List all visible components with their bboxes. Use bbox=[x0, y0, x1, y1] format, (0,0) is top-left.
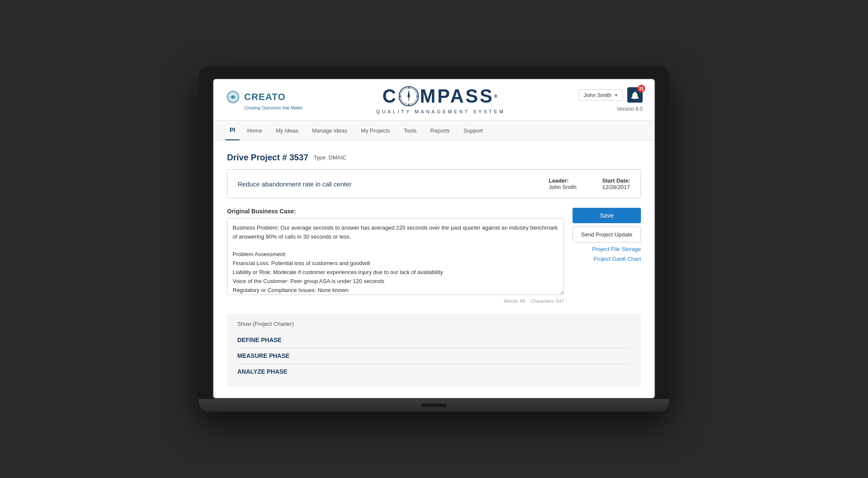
file-storage-link[interactable]: Project File Storage bbox=[573, 246, 641, 252]
define-phase[interactable]: DEFINE PHASE bbox=[237, 332, 631, 348]
charter-section: Show (Project Charter) DEFINE PHASE MEAS… bbox=[227, 314, 641, 386]
project-type: Type: DMAIC bbox=[313, 154, 346, 161]
nav-tools[interactable]: Tools bbox=[398, 121, 422, 140]
save-button[interactable]: Save bbox=[573, 208, 641, 223]
version-text: Version 8.0 bbox=[617, 106, 643, 112]
project-info-box: Reduce abandonment rate in call center L… bbox=[227, 169, 641, 198]
creato-logo-icon bbox=[225, 89, 241, 105]
logo-text: CREATO bbox=[244, 91, 286, 103]
header-right: John Smith ▼ 31 Version 8.0 bbox=[579, 87, 643, 112]
left-column: Original Business Case: Words: 89 Charac… bbox=[227, 208, 564, 304]
two-col-layout: Original Business Case: Words: 89 Charac… bbox=[227, 208, 641, 304]
main-content: Drive Project # 3537 Type: DMAIC Reduce … bbox=[213, 141, 655, 398]
nav-my-projects[interactable]: My Projects bbox=[355, 121, 396, 140]
char-count: Characters: 647 bbox=[531, 298, 564, 304]
nav-home[interactable]: Home bbox=[241, 121, 268, 140]
send-update-button[interactable]: Send Project Update bbox=[573, 227, 641, 242]
notification-bell[interactable]: 31 bbox=[627, 87, 643, 103]
measure-phase[interactable]: MEASURE PHASE bbox=[237, 348, 631, 364]
project-description: Reduce abandonment rate in call center bbox=[238, 180, 549, 188]
laptop-base bbox=[199, 399, 669, 412]
dropdown-arrow-icon: ▼ bbox=[614, 93, 618, 97]
word-count: Words: 89 bbox=[504, 298, 526, 304]
business-case-textarea[interactable] bbox=[227, 218, 564, 295]
textarea-footer: Words: 89 Characters: 647 bbox=[227, 298, 564, 304]
analyze-phase[interactable]: ANALYZE PHASE bbox=[237, 364, 631, 379]
start-date-group: Start Date: 12/28/2017 bbox=[602, 177, 630, 190]
app-subtitle: QUALITY MANAGEMENT SYSTEM bbox=[303, 109, 579, 114]
user-area: John Smith ▼ 31 bbox=[579, 87, 643, 103]
business-case-label: Original Business Case: bbox=[227, 208, 564, 215]
nav-bar: PI Home My Ideas Manage Ideas My Project… bbox=[213, 121, 655, 141]
logo-tagline: Creating Outcomes that Matter bbox=[244, 106, 303, 110]
project-title: Drive Project # 3537 bbox=[227, 153, 308, 162]
nav-manage-ideas[interactable]: Manage Ideas bbox=[306, 121, 353, 140]
logo-area: CREATO Creating Outcomes that Matter bbox=[225, 89, 303, 110]
compass-icon bbox=[398, 85, 420, 107]
nav-support[interactable]: Support bbox=[458, 121, 489, 140]
leader-value: John Smith bbox=[549, 184, 576, 190]
nav-reports[interactable]: Reports bbox=[424, 121, 456, 140]
laptop-notch bbox=[421, 404, 447, 407]
project-header: Drive Project # 3537 Type: DMAIC bbox=[227, 153, 641, 162]
leader-group: Leader: John Smith bbox=[549, 177, 576, 190]
app-title: C MPASS ® bbox=[303, 85, 579, 107]
logo-brand: CREATO bbox=[225, 89, 286, 105]
app-logo: C MPASS ® bbox=[303, 85, 579, 114]
leader-label: Leader: bbox=[549, 177, 576, 184]
right-column: Save Send Project Update Project File St… bbox=[573, 208, 641, 262]
start-date-label: Start Date: bbox=[602, 177, 630, 184]
username: John Smith bbox=[584, 92, 611, 98]
gantt-chart-link[interactable]: Project Gantt Chart bbox=[573, 256, 641, 262]
header: CREATO Creating Outcomes that Matter C bbox=[213, 79, 655, 121]
project-meta: Leader: John Smith Start Date: 12/28/201… bbox=[549, 177, 630, 190]
charter-label: Show (Project Charter) bbox=[237, 321, 631, 327]
svg-point-2 bbox=[231, 95, 234, 98]
nav-my-ideas[interactable]: My Ideas bbox=[270, 121, 304, 140]
nav-pi[interactable]: PI bbox=[225, 121, 239, 140]
user-dropdown[interactable]: John Smith ▼ bbox=[579, 89, 623, 101]
start-date-value: 12/28/2017 bbox=[602, 184, 630, 190]
svg-point-11 bbox=[408, 95, 410, 97]
notification-badge: 31 bbox=[638, 85, 645, 92]
